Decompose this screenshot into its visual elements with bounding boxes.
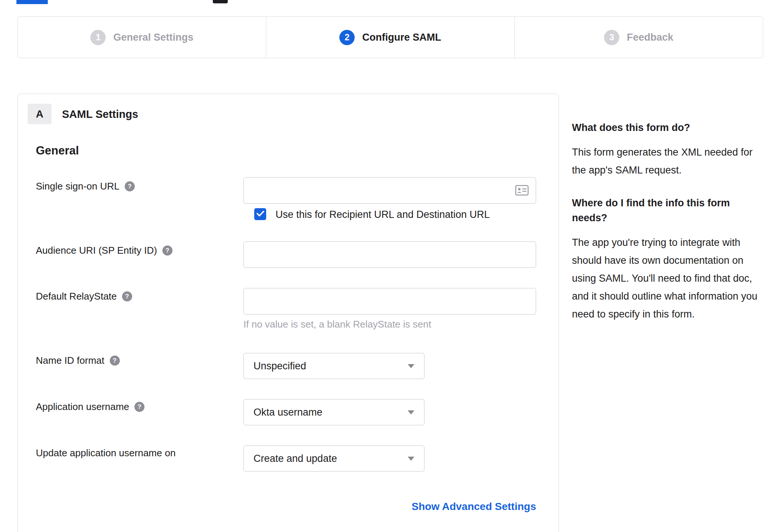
update-application-username-label: Update application username on <box>36 447 175 459</box>
relay-state-hint: If no value is set, a blank RelayState i… <box>243 319 431 330</box>
application-username-label: Application username <box>36 401 144 413</box>
contact-card-icon[interactable] <box>515 185 529 195</box>
relay-state-label-text: Default RelayState <box>36 291 117 302</box>
step-number-icon: 1 <box>90 30 106 45</box>
step-number-icon: 3 <box>604 30 619 45</box>
help-icon[interactable] <box>162 245 172 256</box>
chevron-down-icon <box>408 410 414 414</box>
application-username-label-text: Application username <box>36 401 129 413</box>
wizard-stepper: 1 General Settings 2 Configure SAML 3 Fe… <box>18 16 763 58</box>
help-icon[interactable] <box>110 356 120 366</box>
step-general-settings[interactable]: 1 General Settings <box>18 17 266 58</box>
application-username-select[interactable]: Okta username <box>243 399 424 425</box>
step-label: Feedback <box>627 32 673 43</box>
sso-url-label: Single sign-on URL <box>36 181 135 192</box>
sso-url-label-text: Single sign-on URL <box>36 181 119 192</box>
sso-url-input[interactable] <box>243 177 536 204</box>
audience-uri-label: Audience URI (SP Entity ID) <box>36 245 172 256</box>
general-section-heading: General <box>36 144 79 157</box>
chevron-down-icon <box>408 364 414 368</box>
step-feedback[interactable]: 3 Feedback <box>514 17 763 58</box>
step-label: General Settings <box>113 32 193 43</box>
section-a-badge: A <box>28 104 52 124</box>
help-icon[interactable] <box>122 291 132 301</box>
update-application-username-value: Create and update <box>253 453 337 464</box>
audience-uri-input[interactable] <box>243 241 536 268</box>
step-configure-saml[interactable]: 2 Configure SAML <box>266 17 514 58</box>
step-label: Configure SAML <box>362 32 441 43</box>
help-heading-what: What does this form do? <box>572 120 760 135</box>
help-body-what: This form generates the XML needed for t… <box>572 143 760 179</box>
audience-uri-label-text: Audience URI (SP Entity ID) <box>36 245 157 256</box>
help-heading-where: Where do I find the info this form needs… <box>572 195 760 225</box>
help-sidebar: What does this form do? This form genera… <box>572 120 760 339</box>
chevron-down-icon <box>408 457 414 461</box>
recipient-destination-checkbox[interactable] <box>254 208 266 220</box>
relay-state-label: Default RelayState <box>36 291 132 302</box>
update-application-username-select[interactable]: Create and update <box>243 445 424 472</box>
step-number-icon: 2 <box>339 30 355 45</box>
help-icon[interactable] <box>125 181 135 191</box>
card-title: SAML Settings <box>62 108 138 121</box>
show-advanced-settings-link[interactable]: Show Advanced Settings <box>243 501 536 513</box>
saml-settings-card: A SAML Settings General Single sign-on U… <box>18 94 559 532</box>
application-username-value: Okta username <box>253 407 323 418</box>
help-icon[interactable] <box>134 402 144 412</box>
check-icon <box>256 210 264 218</box>
recipient-destination-checkbox-label[interactable]: Use this for Recipient URL and Destinati… <box>276 208 490 221</box>
name-id-format-select[interactable]: Unspecified <box>243 353 424 379</box>
update-application-username-label-text: Update application username on <box>36 447 175 459</box>
name-id-format-value: Unspecified <box>253 360 306 372</box>
name-id-format-label-text: Name ID format <box>36 355 105 366</box>
page-header-cutoff-blue <box>16 0 48 4</box>
relay-state-input[interactable] <box>243 288 536 314</box>
help-body-where: The app you're trying to integrate with … <box>572 234 760 323</box>
name-id-format-label: Name ID format <box>36 355 120 366</box>
page-header-cutoff-icon <box>213 0 228 3</box>
